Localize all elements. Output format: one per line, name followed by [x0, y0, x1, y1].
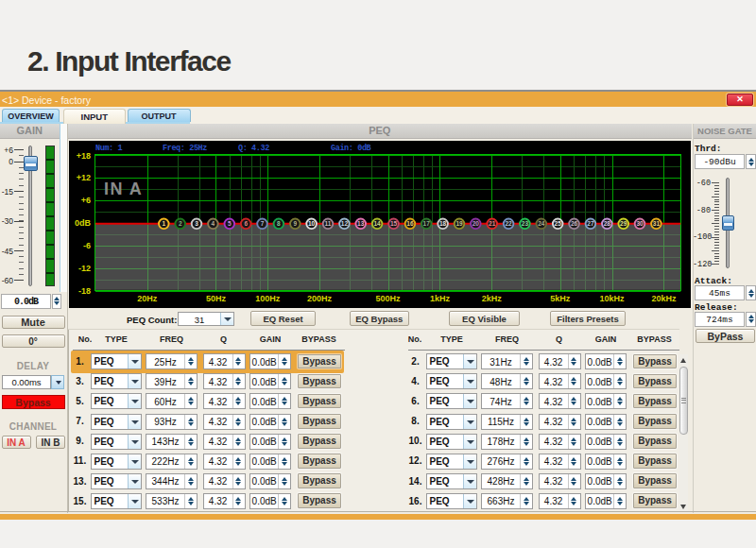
svg-text:8: 8 [277, 220, 281, 227]
svg-text:20: 20 [472, 220, 480, 227]
svg-text:25: 25 [555, 220, 562, 227]
svg-text:Freq: 25Hz: Freq: 25Hz [163, 144, 207, 153]
svg-text:-6: -6 [83, 241, 91, 250]
svg-text:50Hz: 50Hz [206, 293, 227, 302]
svg-text:2kHz: 2kHz [482, 293, 503, 302]
svg-text:5: 5 [228, 220, 232, 227]
svg-text:4: 4 [212, 220, 215, 227]
svg-text:10: 10 [308, 220, 316, 227]
svg-text:15: 15 [390, 220, 398, 227]
svg-text:29: 29 [620, 220, 627, 227]
svg-text:18: 18 [439, 220, 447, 227]
svg-text:28: 28 [604, 220, 611, 227]
svg-text:26: 26 [571, 220, 578, 227]
svg-text:0dB: 0dB [75, 218, 92, 228]
svg-text:22: 22 [505, 220, 512, 227]
svg-text:5kHz: 5kHz [550, 293, 571, 302]
svg-text:500Hz: 500Hz [376, 293, 402, 302]
svg-text:21: 21 [489, 220, 496, 227]
svg-text:2: 2 [179, 220, 182, 227]
svg-text:13: 13 [357, 220, 365, 227]
svg-text:7: 7 [261, 220, 265, 227]
svg-text:27: 27 [587, 220, 594, 227]
svg-text:3: 3 [195, 220, 198, 227]
svg-text:23: 23 [522, 220, 529, 227]
svg-text:19: 19 [455, 220, 463, 227]
svg-text:1kHz: 1kHz [430, 293, 451, 302]
svg-text:+6: +6 [81, 196, 91, 205]
svg-text:200Hz: 200Hz [307, 293, 333, 302]
svg-text:100Hz: 100Hz [255, 293, 281, 302]
svg-text:16: 16 [406, 220, 414, 227]
svg-text:-18: -18 [78, 286, 91, 296]
svg-text:31: 31 [653, 220, 661, 227]
svg-text:17: 17 [423, 220, 431, 227]
svg-text:Gain: 0dB: Gain: 0dB [331, 144, 371, 153]
svg-text:IN A: IN A [104, 180, 143, 198]
svg-text:20kHz: 20kHz [651, 293, 677, 302]
svg-text:12: 12 [341, 220, 349, 227]
svg-text:1: 1 [162, 220, 165, 227]
svg-text:24: 24 [538, 220, 545, 227]
svg-text:-12: -12 [78, 264, 91, 273]
svg-text:Num: 1: Num: 1 [95, 144, 123, 153]
svg-text:6: 6 [244, 220, 248, 227]
svg-text:10kHz: 10kHz [600, 293, 626, 302]
svg-text:9: 9 [293, 220, 297, 227]
svg-text:20Hz: 20Hz [137, 293, 158, 302]
svg-text:11: 11 [325, 220, 332, 227]
svg-text:+18: +18 [77, 150, 91, 160]
svg-text:30: 30 [636, 220, 644, 227]
svg-text:14: 14 [373, 220, 381, 227]
svg-text:+12: +12 [77, 173, 91, 182]
svg-text:Q: 4.32: Q: 4.32 [238, 144, 269, 153]
